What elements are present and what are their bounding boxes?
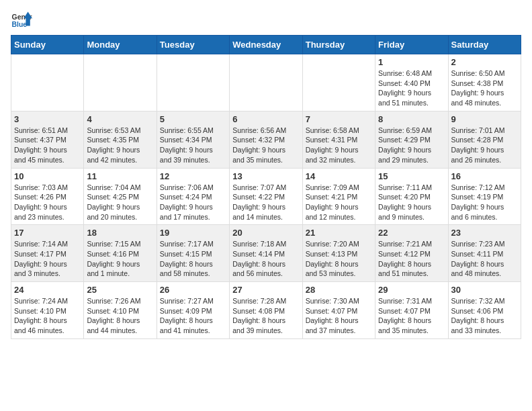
calendar-cell: 12Sunrise: 7:06 AM Sunset: 4:24 PM Dayli… <box>157 168 229 225</box>
day-number: 1 <box>378 57 445 67</box>
calendar-cell: 7Sunrise: 6:58 AM Sunset: 4:31 PM Daylig… <box>302 111 375 168</box>
calendar-cell: 18Sunrise: 7:15 AM Sunset: 4:16 PM Dayli… <box>84 225 157 282</box>
calendar-cell: 2Sunrise: 6:50 AM Sunset: 4:38 PM Daylig… <box>448 54 521 111</box>
calendar-week-row: 10Sunrise: 7:03 AM Sunset: 4:26 PM Dayli… <box>11 168 521 225</box>
calendar-cell: 27Sunrise: 7:28 AM Sunset: 4:08 PM Dayli… <box>230 282 302 339</box>
calendar-cell: 9Sunrise: 7:01 AM Sunset: 4:28 PM Daylig… <box>448 111 521 168</box>
calendar-cell: 16Sunrise: 7:12 AM Sunset: 4:19 PM Dayli… <box>448 168 521 225</box>
calendar-table: SundayMondayTuesdayWednesdayThursdayFrid… <box>11 35 521 339</box>
calendar-cell: 17Sunrise: 7:14 AM Sunset: 4:17 PM Dayli… <box>11 225 84 282</box>
day-info: Sunrise: 7:04 AM Sunset: 4:25 PM Dayligh… <box>87 183 153 222</box>
day-info: Sunrise: 7:31 AM Sunset: 4:07 PM Dayligh… <box>378 296 445 336</box>
day-info: Sunrise: 6:51 AM Sunset: 4:37 PM Dayligh… <box>14 126 81 165</box>
calendar-cell: 20Sunrise: 7:18 AM Sunset: 4:14 PM Dayli… <box>230 225 302 282</box>
calendar-cell: 15Sunrise: 7:11 AM Sunset: 4:20 PM Dayli… <box>375 168 448 225</box>
calendar-cell <box>84 54 157 111</box>
day-number: 3 <box>14 114 81 124</box>
day-number: 5 <box>160 114 226 124</box>
day-info: Sunrise: 7:27 AM Sunset: 4:09 PM Dayligh… <box>160 296 226 336</box>
day-info: Sunrise: 7:21 AM Sunset: 4:12 PM Dayligh… <box>378 239 445 279</box>
calendar-cell: 1Sunrise: 6:48 AM Sunset: 4:40 PM Daylig… <box>375 54 448 111</box>
day-info: Sunrise: 6:56 AM Sunset: 4:32 PM Dayligh… <box>232 126 299 165</box>
column-header-saturday: Saturday <box>448 36 521 54</box>
column-header-wednesday: Wednesday <box>230 36 302 54</box>
day-info: Sunrise: 7:09 AM Sunset: 4:21 PM Dayligh… <box>306 183 372 222</box>
day-number: 18 <box>87 228 153 238</box>
calendar-cell: 28Sunrise: 7:30 AM Sunset: 4:07 PM Dayli… <box>302 282 375 339</box>
day-number: 6 <box>232 114 299 124</box>
calendar-cell: 19Sunrise: 7:17 AM Sunset: 4:15 PM Dayli… <box>157 225 229 282</box>
day-info: Sunrise: 7:26 AM Sunset: 4:10 PM Dayligh… <box>87 296 153 336</box>
day-number: 20 <box>232 228 299 238</box>
day-info: Sunrise: 6:48 AM Sunset: 4:40 PM Dayligh… <box>378 68 445 108</box>
column-header-tuesday: Tuesday <box>157 36 229 54</box>
page-header: General Blue <box>11 11 521 30</box>
calendar-cell: 23Sunrise: 7:23 AM Sunset: 4:11 PM Dayli… <box>448 225 521 282</box>
calendar-cell: 22Sunrise: 7:21 AM Sunset: 4:12 PM Dayli… <box>375 225 448 282</box>
day-number: 12 <box>160 171 226 181</box>
day-info: Sunrise: 6:58 AM Sunset: 4:31 PM Dayligh… <box>306 126 372 165</box>
day-number: 11 <box>87 171 153 181</box>
day-number: 30 <box>451 285 518 295</box>
day-info: Sunrise: 7:11 AM Sunset: 4:20 PM Dayligh… <box>378 183 445 222</box>
calendar-cell: 6Sunrise: 6:56 AM Sunset: 4:32 PM Daylig… <box>230 111 302 168</box>
calendar-week-row: 1Sunrise: 6:48 AM Sunset: 4:40 PM Daylig… <box>11 54 521 111</box>
day-number: 29 <box>378 285 445 295</box>
logo-icon: General Blue <box>11 11 32 30</box>
calendar-cell <box>157 54 229 111</box>
calendar-cell: 14Sunrise: 7:09 AM Sunset: 4:21 PM Dayli… <box>302 168 375 225</box>
day-info: Sunrise: 7:32 AM Sunset: 4:06 PM Dayligh… <box>451 296 518 336</box>
day-info: Sunrise: 7:12 AM Sunset: 4:19 PM Dayligh… <box>451 183 518 222</box>
day-number: 14 <box>306 171 372 181</box>
day-number: 13 <box>232 171 299 181</box>
calendar-cell <box>230 54 302 111</box>
day-info: Sunrise: 7:03 AM Sunset: 4:26 PM Dayligh… <box>14 183 81 222</box>
day-info: Sunrise: 7:24 AM Sunset: 4:10 PM Dayligh… <box>14 296 81 336</box>
day-number: 8 <box>378 114 445 124</box>
day-number: 21 <box>306 228 372 238</box>
day-number: 19 <box>160 228 226 238</box>
day-info: Sunrise: 7:23 AM Sunset: 4:11 PM Dayligh… <box>451 239 518 279</box>
calendar-cell: 5Sunrise: 6:55 AM Sunset: 4:34 PM Daylig… <box>157 111 229 168</box>
day-number: 25 <box>87 285 153 295</box>
day-info: Sunrise: 7:20 AM Sunset: 4:13 PM Dayligh… <box>306 239 372 279</box>
day-info: Sunrise: 6:59 AM Sunset: 4:29 PM Dayligh… <box>378 126 445 165</box>
logo: General Blue <box>11 11 32 30</box>
day-number: 17 <box>14 228 81 238</box>
calendar-cell <box>302 54 375 111</box>
calendar-cell <box>11 54 84 111</box>
day-info: Sunrise: 7:28 AM Sunset: 4:08 PM Dayligh… <box>232 296 299 336</box>
day-number: 27 <box>232 285 299 295</box>
day-number: 2 <box>451 57 518 67</box>
day-info: Sunrise: 7:15 AM Sunset: 4:16 PM Dayligh… <box>87 239 153 279</box>
calendar-week-row: 24Sunrise: 7:24 AM Sunset: 4:10 PM Dayli… <box>11 282 521 339</box>
day-info: Sunrise: 7:14 AM Sunset: 4:17 PM Dayligh… <box>14 239 81 279</box>
calendar-week-row: 3Sunrise: 6:51 AM Sunset: 4:37 PM Daylig… <box>11 111 521 168</box>
calendar-week-row: 17Sunrise: 7:14 AM Sunset: 4:17 PM Dayli… <box>11 225 521 282</box>
calendar-cell: 11Sunrise: 7:04 AM Sunset: 4:25 PM Dayli… <box>84 168 157 225</box>
calendar-cell: 29Sunrise: 7:31 AM Sunset: 4:07 PM Dayli… <box>375 282 448 339</box>
column-header-thursday: Thursday <box>302 36 375 54</box>
column-header-monday: Monday <box>84 36 157 54</box>
day-number: 4 <box>87 114 153 124</box>
day-number: 26 <box>160 285 226 295</box>
calendar-header-row: SundayMondayTuesdayWednesdayThursdayFrid… <box>11 36 521 54</box>
calendar-cell: 13Sunrise: 7:07 AM Sunset: 4:22 PM Dayli… <box>230 168 302 225</box>
calendar-cell: 3Sunrise: 6:51 AM Sunset: 4:37 PM Daylig… <box>11 111 84 168</box>
day-number: 24 <box>14 285 81 295</box>
calendar-cell: 21Sunrise: 7:20 AM Sunset: 4:13 PM Dayli… <box>302 225 375 282</box>
day-info: Sunrise: 6:50 AM Sunset: 4:38 PM Dayligh… <box>451 68 518 108</box>
day-number: 10 <box>14 171 81 181</box>
day-info: Sunrise: 7:30 AM Sunset: 4:07 PM Dayligh… <box>306 296 372 336</box>
calendar-cell: 30Sunrise: 7:32 AM Sunset: 4:06 PM Dayli… <box>448 282 521 339</box>
calendar-cell: 25Sunrise: 7:26 AM Sunset: 4:10 PM Dayli… <box>84 282 157 339</box>
day-info: Sunrise: 7:07 AM Sunset: 4:22 PM Dayligh… <box>232 183 299 222</box>
day-number: 9 <box>451 114 518 124</box>
day-number: 15 <box>378 171 445 181</box>
calendar-cell: 8Sunrise: 6:59 AM Sunset: 4:29 PM Daylig… <box>375 111 448 168</box>
day-number: 23 <box>451 228 518 238</box>
column-header-friday: Friday <box>375 36 448 54</box>
day-info: Sunrise: 6:53 AM Sunset: 4:35 PM Dayligh… <box>87 126 153 165</box>
day-number: 16 <box>451 171 518 181</box>
calendar-cell: 24Sunrise: 7:24 AM Sunset: 4:10 PM Dayli… <box>11 282 84 339</box>
